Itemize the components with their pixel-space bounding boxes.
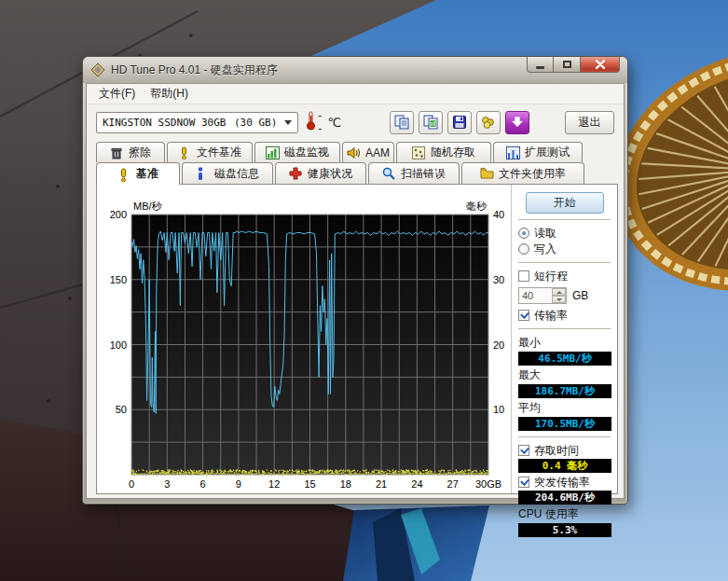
benchmark-panel: 2001501005040302010036912151821242730GBM…: [96, 184, 618, 494]
menu-help[interactable]: 帮助(H): [144, 84, 195, 104]
tab-disk-info[interactable]: 磁盘信息: [182, 162, 273, 184]
tab-folder-usage[interactable]: 文件夹使用率: [461, 162, 584, 184]
svg-text:40: 40: [493, 209, 504, 220]
tab-health[interactable]: 健康状况: [275, 162, 366, 184]
tab-label: 磁盘信息: [214, 166, 259, 182]
tab-label: 扩展测试: [525, 145, 570, 160]
tab-label: 文件夹使用率: [499, 166, 566, 182]
drive-capacity: (30 GB): [234, 117, 277, 129]
tab-benchmark[interactable]: 基准: [96, 162, 180, 185]
start-button[interactable]: 开始: [526, 192, 604, 214]
copy-image-icon: [423, 115, 438, 130]
burst-rate-checkbox[interactable]: [518, 477, 529, 488]
exit-button[interactable]: 退出: [565, 111, 614, 134]
tab-extended-test[interactable]: 扩展测试: [493, 142, 583, 162]
burst-rate-label: 突发传输率: [534, 475, 590, 491]
transfer-rate-label: 传输率: [534, 308, 568, 324]
trash-icon: [110, 146, 124, 159]
svg-text:20: 20: [493, 339, 504, 351]
spinner-down-icon[interactable]: [552, 296, 566, 303]
spinner-buttons: [552, 288, 566, 303]
close-button[interactable]: [580, 57, 620, 73]
random-access-icon: [412, 146, 426, 159]
folder-icon: [480, 167, 494, 180]
svg-text:200: 200: [110, 209, 127, 220]
avg-label: 平均: [518, 400, 611, 416]
tab-erase[interactable]: 擦除: [96, 142, 165, 162]
min-value: 46.5MB/秒: [518, 352, 611, 366]
tab-strip: 擦除 文件基准 磁盘监视 AAM 随机存取: [87, 140, 624, 184]
down-arrow-icon: [511, 116, 524, 129]
drive-selector[interactable]: KINGSTON SSDNOW 30GB (30 GB): [96, 112, 298, 133]
minimize-to-tray-button[interactable]: [505, 111, 529, 134]
copy-text-button[interactable]: [390, 111, 414, 134]
drive-name: KINGSTON SSDNOW 30GB: [103, 117, 226, 129]
tab-error-scan[interactable]: 扫描错误: [368, 162, 460, 184]
access-time-option[interactable]: 存取时间: [518, 443, 611, 458]
magnifier-icon: [382, 167, 396, 180]
short-stroke-size: GB: [518, 287, 611, 304]
svg-text:9: 9: [236, 478, 241, 490]
exclamation-icon: [178, 146, 192, 159]
svg-text:10: 10: [493, 404, 504, 415]
svg-text:MB/秒: MB/秒: [133, 201, 163, 212]
cpu-value: 5.3%: [518, 523, 611, 537]
separator: [518, 328, 611, 330]
save-screenshot-button[interactable]: [447, 111, 472, 134]
thermometer-icon: [306, 110, 316, 134]
tab-disk-monitor[interactable]: 磁盘监视: [254, 142, 340, 162]
separator: [518, 436, 611, 438]
svg-text:150: 150: [110, 274, 127, 285]
svg-text:27: 27: [447, 478, 459, 490]
read-label: 读取: [534, 226, 556, 242]
temperature-value: --: [318, 109, 324, 135]
speaker-icon: [347, 146, 361, 159]
short-stroke-checkbox[interactable]: [518, 270, 529, 282]
copy-screenshot-button[interactable]: [419, 111, 443, 134]
chart-icon: [266, 146, 280, 159]
menu-file[interactable]: 文件(F): [92, 84, 142, 104]
minimize-button[interactable]: [527, 57, 554, 73]
tab-label: 磁盘监视: [284, 145, 329, 160]
transfer-rate-option[interactable]: 传输率: [518, 308, 611, 323]
app-icon: [90, 62, 105, 77]
chevron-down-icon: [284, 120, 292, 125]
short-stroke-option[interactable]: 短行程: [518, 269, 611, 284]
tab-random-access[interactable]: 随机存取: [396, 142, 491, 162]
tab-label: 随机存取: [431, 145, 475, 160]
options-icon: [481, 115, 496, 130]
window-controls: [527, 57, 620, 73]
capacity-spinner[interactable]: [518, 287, 567, 304]
tab-aam[interactable]: AAM: [342, 142, 394, 162]
burst-rate-option[interactable]: 突发传输率: [518, 475, 611, 490]
svg-text:12: 12: [268, 478, 280, 490]
read-option[interactable]: 读取: [518, 226, 611, 241]
svg-text:3: 3: [164, 478, 170, 490]
tab-label: 基准: [136, 166, 158, 182]
transfer-rate-checkbox[interactable]: [518, 310, 529, 321]
write-label: 写入: [534, 242, 556, 257]
options-button[interactable]: [476, 111, 501, 134]
max-label: 最大: [518, 367, 611, 383]
control-panel: 开始 读取 写入 短行程: [511, 185, 617, 493]
access-time-checkbox[interactable]: [518, 445, 529, 456]
tab-file-benchmark[interactable]: 文件基准: [167, 142, 253, 162]
glass-building: [343, 505, 489, 581]
capacity-input[interactable]: [519, 288, 551, 303]
copy-text-icon: [394, 115, 409, 130]
tab-label: 文件基准: [197, 145, 241, 160]
svg-text:6: 6: [200, 478, 206, 490]
write-radio[interactable]: [518, 243, 529, 255]
menu-bar: 文件(F) 帮助(H): [87, 84, 624, 104]
read-radio[interactable]: [518, 228, 529, 239]
tool-buttons: [390, 111, 529, 134]
app-window: HD Tune Pro 4.01 - 硬盘实用程序 文件(F) 帮助(H) KI…: [82, 56, 628, 505]
toolbar: KINGSTON SSDNOW 30GB (30 GB) -- ℃: [87, 104, 624, 140]
maximize-icon: [563, 61, 571, 68]
spinner-up-icon[interactable]: [552, 288, 566, 296]
maximize-button[interactable]: [554, 57, 580, 73]
close-icon: [596, 60, 605, 69]
window-client-area: 文件(F) 帮助(H) KINGSTON SSDNOW 30GB (30 GB)…: [86, 83, 625, 499]
write-option[interactable]: 写入: [518, 242, 611, 256]
title-bar[interactable]: HD Tune Pro 4.01 - 硬盘实用程序: [83, 57, 627, 83]
